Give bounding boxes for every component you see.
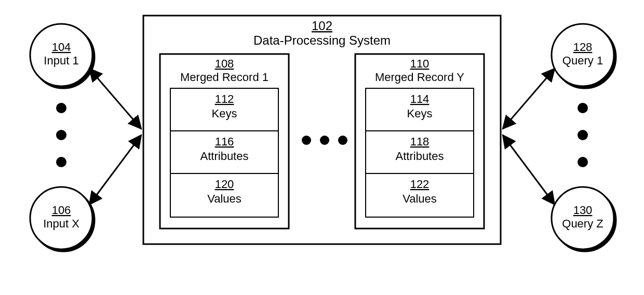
record-right-num: 110 xyxy=(410,57,430,70)
merged-record-right: 110 Merged Record Y 114 Keys 118 Attribu… xyxy=(355,54,484,229)
merged-record-left: 108 Merged Record 1 112 Keys 116 Attribu… xyxy=(160,54,289,229)
record-right-keys-label: Keys xyxy=(407,107,433,120)
svg-point-9 xyxy=(302,136,311,145)
right-ellipsis-icon xyxy=(578,103,588,167)
query-bottom-num: 130 xyxy=(573,204,593,217)
record-left-attrs-num: 116 xyxy=(215,135,234,148)
svg-point-16 xyxy=(56,157,66,167)
connector-right-bottom xyxy=(503,135,555,205)
query-top-num: 128 xyxy=(573,41,593,53)
svg-point-20 xyxy=(578,130,588,140)
record-left-vals-num: 120 xyxy=(215,178,234,191)
query-bottom-node: 130 Query Z xyxy=(552,187,614,249)
record-right-keys-num: 114 xyxy=(410,92,430,105)
input-top-num: 104 xyxy=(52,41,71,53)
record-right-vals-label: Values xyxy=(403,192,437,205)
svg-point-21 xyxy=(578,157,588,167)
input-top-node: 104 Input 1 xyxy=(30,24,92,86)
svg-point-11 xyxy=(338,136,347,145)
input-bottom-label: Input X xyxy=(43,217,79,230)
input-top-label: Input 1 xyxy=(44,54,78,67)
record-right-attrs-label: Attributes xyxy=(396,150,444,163)
system-num: 102 xyxy=(312,19,332,33)
svg-point-15 xyxy=(56,130,66,140)
record-right-attrs-num: 118 xyxy=(410,135,430,148)
record-left-vals-label: Values xyxy=(207,192,242,205)
system-label: Data-Processing System xyxy=(253,33,391,47)
svg-point-10 xyxy=(320,136,329,145)
input-bottom-num: 106 xyxy=(52,204,71,217)
connector-left-bottom xyxy=(89,135,141,205)
svg-point-14 xyxy=(56,103,66,113)
svg-point-19 xyxy=(578,103,588,113)
record-left-attrs-label: Attributes xyxy=(200,150,249,163)
center-ellipsis-icon xyxy=(302,136,347,145)
query-top-label: Query 1 xyxy=(562,54,603,67)
left-ellipsis-icon xyxy=(56,103,66,167)
record-left-label: Merged Record 1 xyxy=(180,71,269,84)
record-left-num: 108 xyxy=(215,57,234,70)
record-right-vals-num: 122 xyxy=(410,178,430,191)
connector-left-top xyxy=(89,69,141,129)
query-bottom-label: Query Z xyxy=(562,217,603,230)
connector-right-top xyxy=(503,69,555,129)
record-left-keys-label: Keys xyxy=(212,107,237,120)
record-right-label: Merged Record Y xyxy=(375,71,464,84)
input-bottom-node: 106 Input X xyxy=(30,187,92,249)
record-left-keys-num: 112 xyxy=(215,92,234,105)
query-top-node: 128 Query 1 xyxy=(552,24,614,86)
diagram-root: 102 Data-Processing System 108 Merged Re… xyxy=(0,0,644,295)
